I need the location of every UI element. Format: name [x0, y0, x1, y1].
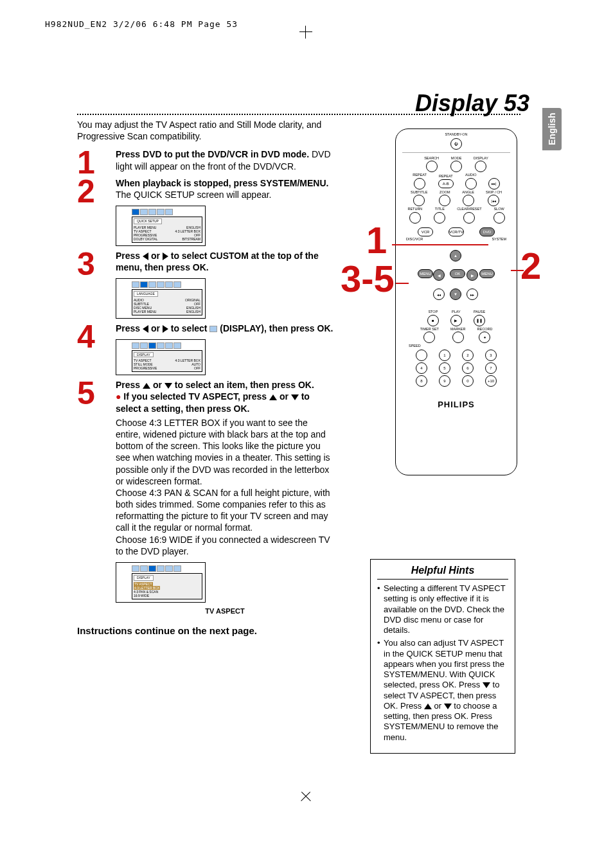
- helpful-hints-box: Helpful Hints Selecting a different TV A…: [370, 559, 515, 754]
- osd-display: DISPLAY TV ASPECT4:3 LETTER BOX STILL MO…: [116, 339, 206, 376]
- audio-button[interactable]: [465, 178, 477, 190]
- l: SLOW: [493, 208, 504, 211]
- speed-button[interactable]: [416, 350, 427, 361]
- num-7-button[interactable]: 7: [485, 362, 497, 374]
- triangle-down-icon: [483, 682, 490, 688]
- dpad: MENU MENU ▲ ◀ OK ▶ ◂◂ ▼ ▸▸: [418, 244, 495, 308]
- step-2-bold: When playback is stopped, press SYSTEM/M…: [116, 178, 328, 188]
- page-title: Display 53: [415, 90, 529, 117]
- search-button[interactable]: [426, 161, 438, 172]
- play-button[interactable]: ▶: [450, 315, 462, 326]
- num-8-button[interactable]: 8: [416, 375, 427, 387]
- triangle-down-icon: [444, 704, 452, 709]
- num-2-button[interactable]: 2: [462, 350, 474, 361]
- num-9-button[interactable]: 9: [439, 375, 450, 387]
- repeat-ab-button[interactable]: A-B: [438, 179, 454, 188]
- marker-button[interactable]: [452, 332, 464, 343]
- stop-button[interactable]: ■: [427, 315, 439, 326]
- menu-left-button[interactable]: MENU: [418, 269, 433, 278]
- dpad-right-button[interactable]: ▶: [466, 269, 478, 281]
- crop-mark: [297, 788, 315, 806]
- hints-title: Helpful Hints: [377, 565, 508, 580]
- t: or: [277, 391, 291, 402]
- l: RECORD: [477, 328, 493, 332]
- step-number: 5: [77, 373, 95, 414]
- l: TIMER SET: [420, 328, 439, 332]
- return-button[interactable]: [409, 212, 421, 224]
- print-header: H982NUD_EN2 3/2/06 6:48 PM Page 53: [45, 19, 238, 29]
- bullet-icon: ●: [116, 391, 121, 402]
- hint-item: Selecting a different TV ASPECT setting …: [377, 583, 508, 635]
- zoom-button[interactable]: [439, 195, 450, 206]
- l: CLEAR/RESET: [457, 208, 481, 211]
- ffwd-button[interactable]: ▸▸: [466, 288, 478, 300]
- timer-set-button[interactable]: [423, 332, 435, 343]
- title-button[interactable]: [434, 212, 445, 224]
- remote-control: STANDBY-ON ⏻ SEARCH MODE DISPLAY REPEAT …: [395, 128, 517, 475]
- t: Press: [116, 251, 143, 261]
- standby-button[interactable]: ⏻: [450, 138, 462, 150]
- num-plus10-button[interactable]: +10: [485, 375, 497, 387]
- mode-button[interactable]: [450, 161, 462, 172]
- callout-line: [511, 270, 524, 271]
- t: You also can adjust TV ASPECT in the QUI…: [384, 638, 504, 689]
- num-6-button[interactable]: 6: [462, 362, 474, 374]
- l: ANGLE: [462, 191, 474, 195]
- rewind-button[interactable]: ◂◂: [433, 288, 445, 300]
- callout-1: 1: [366, 218, 387, 261]
- osd-header: DISPLAY: [134, 575, 154, 581]
- continue-text: Instructions continue on the next page.: [77, 624, 334, 637]
- display-button[interactable]: [475, 161, 486, 172]
- dpad-up-button[interactable]: ▲: [450, 250, 461, 261]
- l: PAUSE: [474, 310, 485, 314]
- t: to select an item, then press OK.: [172, 380, 314, 390]
- l: REPEAT: [413, 173, 427, 177]
- slow-button[interactable]: [493, 212, 505, 224]
- num-1-button[interactable]: 1: [439, 350, 450, 361]
- dvd-button[interactable]: DVD: [479, 227, 495, 236]
- triangle-right-icon: [163, 252, 168, 260]
- num-5-button[interactable]: 5: [439, 362, 450, 374]
- step-1-bold: Press DVD to put the DVD/VCR in DVD mode…: [116, 149, 309, 159]
- angle-button[interactable]: [463, 195, 474, 206]
- t: or: [150, 380, 164, 390]
- vcrtv-button[interactable]: VCR/TV: [449, 227, 464, 236]
- skip-fwd-button[interactable]: ▸▸|: [488, 178, 500, 190]
- num-0-button[interactable]: 0: [462, 375, 474, 387]
- clear-reset-button[interactable]: [463, 212, 475, 224]
- t: (DISPLAY), then press OK.: [217, 323, 333, 333]
- osd-tv-aspect: DISPLAY TV ASPECT 4:3 LETTER BOX 4:3 PAN…: [116, 562, 206, 603]
- callout-2: 2: [520, 244, 541, 287]
- num-3-button[interactable]: 3: [485, 350, 497, 361]
- l: SUBTITLE: [411, 191, 427, 195]
- num-4-button[interactable]: 4: [416, 362, 427, 374]
- callout-line: [396, 283, 409, 284]
- ok-button[interactable]: OK: [450, 269, 465, 278]
- step-1: 1 Press DVD to put the DVD/VCR in DVD mo…: [77, 148, 334, 172]
- repeat-button[interactable]: [414, 178, 425, 190]
- osd-header: DISPLAY: [134, 352, 154, 358]
- vcr-button[interactable]: VCR: [418, 227, 433, 236]
- step-number: 2: [77, 171, 95, 213]
- pause-button[interactable]: ❚❚: [474, 315, 485, 326]
- l: MARKER: [450, 328, 466, 332]
- dotted-rule: [77, 114, 520, 115]
- l: SEARCH: [424, 157, 439, 161]
- l: MODE: [451, 157, 462, 161]
- dpad-down-button[interactable]: ▼: [450, 288, 461, 300]
- subtitle-button[interactable]: [413, 195, 425, 206]
- callout-3-5: 3-5: [341, 257, 395, 300]
- dpad-left-button[interactable]: ◀: [433, 269, 445, 281]
- step-2-rest: The QUICK SETUP screen will appear.: [116, 190, 272, 200]
- l: SYSTEM: [492, 238, 506, 242]
- language-tab: English: [542, 108, 562, 150]
- t: Press: [116, 380, 143, 390]
- triangle-up-icon: [269, 394, 277, 400]
- l: SPEED: [409, 344, 421, 348]
- triangle-down-icon: [164, 383, 172, 389]
- osd-header: LANGUAGE: [134, 291, 158, 297]
- record-button[interactable]: ●: [479, 332, 490, 343]
- step-3: 3 Press or to select CUSTOM at the top o…: [77, 250, 334, 273]
- skip-back-button[interactable]: |◂◂: [488, 195, 499, 206]
- menu-right-button[interactable]: MENU: [479, 269, 495, 278]
